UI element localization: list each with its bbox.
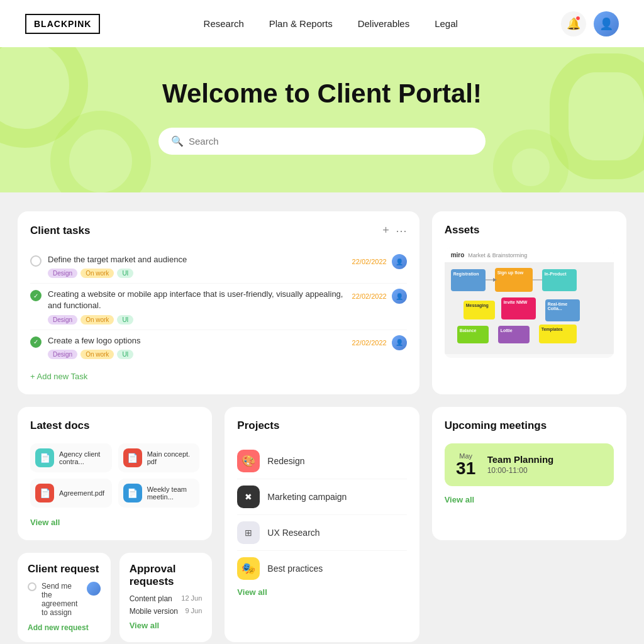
table-row: ✓ Create a few logo options Design On wo… [30,330,407,364]
task-avatar-2: 👤 [392,289,407,304]
task-right-2: 22/02/2022 👤 [352,289,407,304]
task-left-1: Define the target market and audience De… [30,254,352,278]
task-checkbox-2[interactable]: ✓ [30,290,42,301]
task-tags-1: Design On work UI [48,269,187,278]
approval-title: Approval requests [130,563,176,587]
main-content: Client tasks + ⋯ Define the target marke… [0,192,644,644]
meeting-date-box: May 31 [453,452,479,477]
doc-icon-2: 📄 [35,484,54,502]
nav-plan-reports[interactable]: Plan & Reports [269,18,333,29]
bottom-left-cards: Client request Send me the agreement to … [18,553,212,642]
meeting-time: 10:00-11:00 [487,466,605,475]
project-icon-marketing: ✖ [237,486,260,508]
latest-docs-view-all[interactable]: View all [30,518,60,527]
sticky-note: Messaging [464,301,495,319]
sticky-note: Templates [539,325,577,343]
meetings-header: Upcoming meetings [445,419,614,432]
miro-canvas[interactable]: Registration Sign up flow In-Product Mes… [445,263,614,354]
client-tasks-title: Client tasks [30,225,90,237]
project-name-0: Redesign [267,456,304,466]
avatar[interactable]: 👤 [594,11,619,36]
meetings-view-all[interactable]: View all [445,495,474,504]
client-tasks-actions: + ⋯ [382,224,407,238]
assets-preview: miro Market & Brainstorming Registration… [445,248,614,358]
project-name-1: Marketing campaign [267,492,347,502]
add-task-icon[interactable]: + [382,224,389,238]
task-checkbox-3[interactable]: ✓ [30,336,42,348]
tag-ui-3: UI [117,350,133,359]
project-name-2: UX Research [267,528,319,538]
doc-icon-1: 📄 [123,448,142,467]
approval-date-1: 9 Jun [185,607,202,616]
notification-button[interactable]: 🔔 [561,11,586,36]
list-item: Content plan 12 Jun [130,594,203,603]
nav-research[interactable]: Research [204,18,244,29]
client-tasks-header: Client tasks + ⋯ [30,224,407,238]
more-options-icon[interactable]: ⋯ [396,224,407,238]
sticky-note: Invite NMW [501,297,536,319]
request-checkbox[interactable] [28,582,36,591]
list-item[interactable]: ⊞ UX Research [237,515,406,551]
approval-name-1: Mobile version [130,607,178,616]
task-content-1: Define the target market and audience De… [48,254,187,278]
tag-onwork-3: On work [80,350,114,359]
list-item[interactable]: 🎨 Redesign [237,443,406,479]
miro-logo: miro [451,252,465,258]
projects-card: Projects 🎨 Redesign ✖ Marketing campaign… [225,407,419,642]
search-input[interactable] [189,136,473,147]
add-request-button[interactable]: Add new request [28,623,101,632]
add-new-task-button[interactable]: + Add new Task [30,372,87,381]
table-row: Define the target market and audience De… [30,249,407,284]
sticky-note: Real-time Colla... [545,299,580,321]
projects-header: Projects [237,419,406,432]
nav-legal[interactable]: Legal [435,18,458,29]
task-right-3: 22/02/2022 👤 [352,335,407,350]
request-item: Send me the agreement to assign [28,582,101,617]
tag-onwork-2: On work [80,315,114,325]
notification-dot [575,16,580,21]
hero-section: Welcome to Client Portal! 🔍 [0,47,644,192]
list-item[interactable]: 📄 Weekly team meetin... [118,479,200,508]
miro-breadcrumb: Market & Brainstorming [468,252,527,258]
tag-ui: UI [117,269,133,278]
meeting-day: 31 [453,460,479,477]
task-date-1: 22/02/2022 [352,258,387,265]
tag-design: Design [48,269,77,278]
tag-design-3: Design [48,350,77,359]
task-date-3: 22/02/2022 [352,339,387,347]
sticky-note: In-Product [542,269,577,291]
meeting-name: Team Planning [487,454,605,465]
meeting-item: May 31 Team Planning 10:00-11:00 [445,443,614,486]
client-request-title: Client request [28,563,99,575]
task-avatar-3: 👤 [392,335,407,350]
assets-card: Assets miro Market & Brainstorming Regis… [432,211,626,394]
list-item[interactable]: 📄 Main concept. pdf [118,443,200,472]
doc-name-3: Weekly team meetin... [147,486,195,501]
tag-onwork: On work [80,269,114,278]
search-icon: 🔍 [171,135,184,147]
latest-docs-card: Latest docs 📄 Agency client contra... 📄 … [18,407,212,540]
doc-name-0: Agency client contra... [59,450,107,465]
task-left-3: ✓ Create a few logo options Design On wo… [30,335,352,359]
assets-header: Assets [445,224,614,236]
list-item[interactable]: 🎭 Best practices [237,551,406,586]
projects-view-all[interactable]: View all [237,587,267,597]
approval-name-0: Content plan [130,594,172,603]
task-tags-2: Design On work UI [48,315,352,325]
miro-header: miro Market & Brainstorming [445,248,614,263]
list-item[interactable]: ✖ Marketing campaign [237,479,406,515]
project-icon-redesign: 🎨 [237,450,260,472]
project-name-3: Best practices [267,564,323,574]
request-avatar [87,582,101,596]
approval-view-all[interactable]: View all [130,621,159,630]
sticky-note: Balance [457,326,489,343]
meetings-title: Upcoming meetings [445,419,547,432]
list-item[interactable]: 📄 Agreement.pdf [30,479,112,508]
task-checkbox-1[interactable] [30,255,42,267]
nav-deliverables[interactable]: Deliverables [358,18,410,29]
doc-name-2: Agreement.pdf [59,489,104,497]
task-date-2: 22/02/2022 [352,292,387,300]
approval-date-0: 12 Jun [181,594,202,603]
list-item[interactable]: 📄 Agency client contra... [30,443,112,472]
task-avatar-1: 👤 [392,254,407,269]
